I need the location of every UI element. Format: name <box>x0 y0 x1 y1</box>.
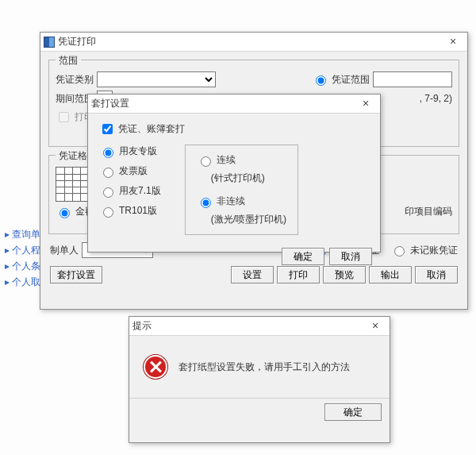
opt-yy71[interactable]: 用友7.1版 <box>99 184 161 198</box>
maker-label: 制单人 <box>50 244 79 257</box>
cont-sub: (针式打印机) <box>197 172 286 185</box>
amount-style-radio-input[interactable] <box>60 208 70 218</box>
print-setup-dialog: 套打设置 × 凭证、账簿套打 用友专版 发票版 用友7.1版 TR101版 连续… <box>87 94 381 253</box>
print-query-checkbox-input <box>59 112 69 122</box>
close-icon[interactable]: × <box>442 35 464 49</box>
side-links: 查询单 个人程 个人条 个人取 <box>5 226 40 290</box>
close-icon[interactable]: × <box>355 97 377 111</box>
continuity-options: 连续 (针式打印机) 非连续 (激光/喷墨打印机) <box>185 145 298 235</box>
message-dialog: 提示 × 套打纸型设置失败，请用手工引入的方法 确定 <box>129 316 390 443</box>
noncont-sub: (激光/喷墨打印机) <box>197 213 286 226</box>
ok-button[interactable]: 确定 <box>324 403 382 421</box>
template-options: 用友专版 发票版 用友7.1版 TR101版 <box>99 145 161 235</box>
cancel-button[interactable]: 取消 <box>329 248 372 265</box>
voucher-type-label: 凭证类别 <box>56 73 94 87</box>
opt-tr101[interactable]: TR101版 <box>99 204 161 218</box>
error-icon <box>144 355 167 379</box>
titlebar: 套打设置 × <box>88 94 380 114</box>
message-text: 套打纸型设置失败，请用手工引入的方法 <box>178 361 350 374</box>
main-checkbox[interactable]: 凭证、账簿套打 <box>99 121 185 137</box>
opt-continuous[interactable]: 连续 <box>197 153 286 167</box>
cancel-button[interactable]: 取消 <box>415 266 458 283</box>
sheet-icon <box>56 167 90 202</box>
app-icon <box>44 37 55 48</box>
link-p2[interactable]: 个人条 <box>5 258 40 274</box>
range-hint: , 7-9, 2) <box>420 93 452 104</box>
opt-yonyou[interactable]: 用友专版 <box>99 145 161 158</box>
voucher-range-radio-input[interactable] <box>316 75 326 86</box>
ok-button[interactable]: 确定 <box>282 248 324 265</box>
voucher-range-radio[interactable]: 凭证范围 <box>312 73 370 87</box>
dialog-title: 提示 <box>132 319 364 333</box>
voucher-range-input[interactable] <box>373 71 452 87</box>
print-item-code-label: 印项目编码 <box>405 205 452 218</box>
titlebar: 提示 × <box>129 317 390 336</box>
opt-noncontinuous[interactable]: 非连续 <box>197 195 286 208</box>
close-icon[interactable]: × <box>364 319 386 334</box>
titlebar: 凭证打印 × <box>40 33 467 52</box>
group-legend: 范围 <box>56 54 81 67</box>
link-query[interactable]: 查询单 <box>5 226 40 242</box>
window-title: 凭证打印 <box>58 35 442 48</box>
link-p1[interactable]: 个人程 <box>5 242 40 258</box>
voucher-type-select[interactable] <box>97 71 216 87</box>
opt-invoice[interactable]: 发票版 <box>99 164 161 178</box>
unposted-radio-input[interactable] <box>394 246 405 256</box>
link-p3[interactable]: 个人取 <box>5 274 40 290</box>
unposted-radio[interactable]: 未记账凭证 <box>390 244 458 257</box>
dialog-title: 套打设置 <box>91 97 355 110</box>
main-checkbox-input[interactable] <box>102 124 113 134</box>
